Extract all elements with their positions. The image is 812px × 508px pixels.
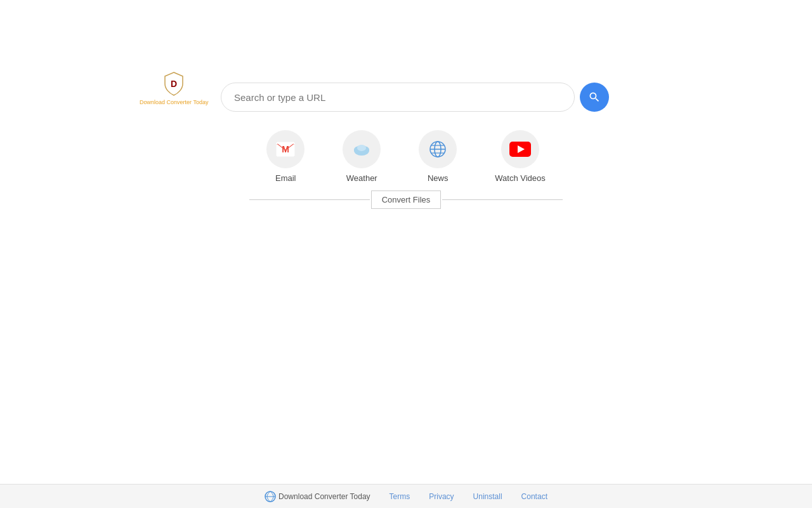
search-input[interactable] — [221, 83, 575, 112]
email-label: Email — [275, 173, 296, 183]
footer: Download Converter Today Terms Privacy U… — [0, 484, 812, 508]
email-link[interactable]: M Email — [266, 130, 304, 183]
footer-uninstall-link[interactable]: Uninstall — [473, 492, 502, 501]
news-label: News — [428, 173, 449, 183]
footer-terms-link[interactable]: Terms — [390, 492, 410, 501]
youtube-icon — [509, 142, 531, 157]
email-icon-container: M — [266, 130, 304, 168]
weather-label: Weather — [346, 173, 377, 183]
footer-logo-icon — [265, 491, 276, 502]
weather-link[interactable]: Weather — [343, 130, 381, 183]
watch-videos-icon-container — [501, 130, 539, 168]
news-link[interactable]: News — [419, 130, 457, 183]
search-bar — [221, 83, 609, 112]
footer-logo-link[interactable]: Download Converter Today — [265, 491, 370, 502]
quick-links: M Email Weather News — [0, 130, 812, 183]
divider-left — [249, 199, 370, 200]
globe-icon — [428, 140, 447, 159]
footer-contact-link[interactable]: Contact — [521, 492, 547, 501]
logo-icon: D — [160, 70, 188, 98]
convert-files-section: Convert Files — [0, 190, 812, 209]
svg-text:D: D — [171, 79, 177, 89]
search-button[interactable] — [580, 83, 609, 112]
watch-videos-label: Watch Videos — [495, 173, 546, 183]
weather-icon — [351, 140, 372, 158]
svg-point-6 — [357, 145, 366, 151]
footer-logo-text: Download Converter Today — [278, 492, 370, 501]
watch-videos-link[interactable]: Watch Videos — [495, 130, 546, 183]
logo-text: Download Converter Today — [140, 99, 208, 105]
footer-privacy-link[interactable]: Privacy — [429, 492, 454, 501]
convert-files-button[interactable]: Convert Files — [371, 190, 442, 209]
svg-text:M: M — [282, 144, 289, 154]
divider-right — [442, 199, 563, 200]
gmail-icon: M — [276, 142, 295, 157]
logo[interactable]: D Download Converter Today — [140, 70, 208, 105]
header: D Download Converter Today — [140, 70, 208, 105]
weather-icon-container — [343, 130, 381, 168]
search-icon — [588, 91, 601, 104]
news-icon-container — [419, 130, 457, 168]
